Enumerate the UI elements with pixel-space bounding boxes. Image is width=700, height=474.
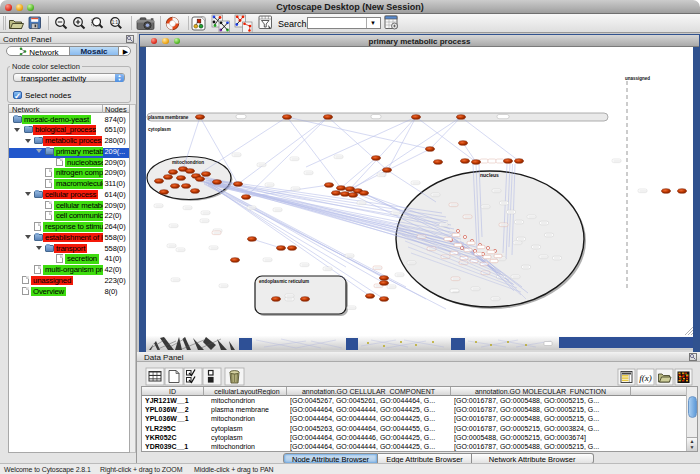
svg-text:endoplasmic reticulum: endoplasmic reticulum: [259, 279, 309, 284]
svg-text:cytoplasm: cytoplasm: [148, 127, 171, 132]
svg-text:1:1: 1:1: [112, 20, 119, 25]
svg-text:unassigned: unassigned: [625, 76, 650, 81]
svg-text:nucleus: nucleus: [480, 172, 499, 178]
svg-text:f(x): f(x): [639, 373, 652, 383]
svg-text:mitochondrion: mitochondrion: [172, 160, 204, 165]
svg-text:plasma membrane: plasma membrane: [148, 115, 189, 120]
